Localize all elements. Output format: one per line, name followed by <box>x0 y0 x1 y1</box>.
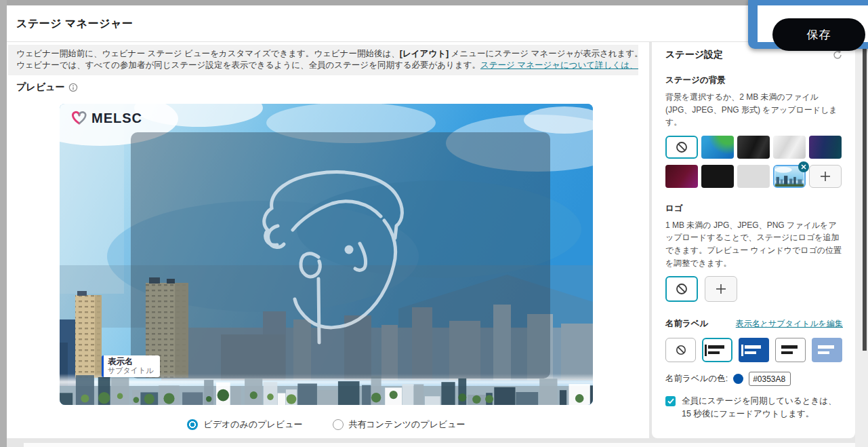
check-icon <box>667 398 674 404</box>
close-icon <box>801 164 806 170</box>
radio-label: ビデオのみのプレビュー <box>203 419 302 431</box>
stage-manager-window: ステージ マネージャー ウェビナー開始前に、ウェビナー ステージ ビューをカスタ… <box>0 0 868 447</box>
background-add-button[interactable] <box>809 165 842 188</box>
background-option-maroon-magenta[interactable] <box>665 165 698 188</box>
background-heading: ステージの背景 <box>665 75 843 86</box>
preview-heading: プレビュー <box>16 81 64 94</box>
banner-text: ウェビナー開始前に、ウェビナー ステージ ビューをカスタマイズできます。ウェビナ… <box>16 49 400 58</box>
video-region-overlay <box>131 132 550 378</box>
stage-settings-panel: ステージ設定 ステージの背景 背景を選択するか、2 MB 未満のファイル (JP… <box>652 42 855 438</box>
logo-add-button[interactable] <box>705 276 737 302</box>
radio-selected-icon[interactable] <box>187 419 198 430</box>
color-hex-input[interactable] <box>749 372 791 386</box>
logo-option-none-selected[interactable] <box>665 276 698 302</box>
remove-background-badge[interactable] <box>798 161 809 172</box>
background-option-gradient-blue-green[interactable] <box>701 136 734 159</box>
sync-fadeout-checkbox[interactable] <box>665 396 676 406</box>
plus-icon <box>819 170 831 182</box>
banner-bold-text: [レイアウト] <box>400 49 449 58</box>
save-button[interactable]: 保存 <box>772 18 865 51</box>
name-label-style-translucent-blue[interactable] <box>812 338 842 362</box>
scrollbar-thumb[interactable] <box>863 42 867 351</box>
refresh-icon[interactable] <box>832 50 843 60</box>
radio-unselected-icon[interactable] <box>333 419 344 430</box>
name-label-style-options <box>665 338 843 362</box>
plus-icon <box>715 283 727 295</box>
none-icon <box>676 141 688 153</box>
background-options-grid <box>665 136 843 188</box>
save-button-container: 保存 <box>758 5 868 42</box>
info-icon[interactable] <box>68 83 78 92</box>
logo-options <box>665 276 843 302</box>
sync-fadeout-label: 全員にステージを同期しているときは、15 秒後にフェードアウトします。 <box>682 395 843 421</box>
background-option-light-gray[interactable] <box>737 165 770 188</box>
background-option-black[interactable] <box>701 165 734 188</box>
banner-text: ウェビナーでは、すべての参加者が同じステージ設定を表示できるように、全員のステー… <box>16 60 480 70</box>
title-bar: ステージ マネージャー <box>7 5 868 42</box>
window-edge-bottom <box>24 443 868 447</box>
page-title: ステージ マネージャー <box>16 5 133 42</box>
name-label-color-label: 名前ラベルの色: <box>665 373 728 385</box>
label-style-preview <box>781 345 800 356</box>
background-description: 背景を選択するか、2 MB 未満のファイル (JPG、JPEG、PNG 形式) … <box>665 91 843 129</box>
stage-preview[interactable]: MELSC 表示名 サブタイトル <box>60 104 593 405</box>
label-style-preview <box>818 345 837 356</box>
label-style-preview <box>708 345 727 356</box>
edit-display-name-link[interactable]: 表示名とサブタイトルを編集 <box>736 318 843 330</box>
window-edge-top <box>0 0 868 5</box>
subtitle: サブタイトル <box>108 366 154 375</box>
name-label-style-blue-filled[interactable] <box>739 338 769 362</box>
radio-shared-content[interactable]: 共有コンテンツのプレビュー <box>333 419 466 431</box>
tan-tower-1 <box>75 291 102 378</box>
radio-label: 共有コンテンツのプレビュー <box>349 419 466 431</box>
background-option-silver-silk[interactable] <box>773 136 806 159</box>
background-option-none[interactable] <box>665 136 698 159</box>
color-swatch[interactable] <box>733 374 743 384</box>
name-label-heading: 名前ラベル <box>665 318 708 330</box>
logo-description: 1 MB 未満の JPG、JPEG、PNG ファイルをアップロードすることで、ス… <box>665 219 843 269</box>
background-option-dark-wave[interactable] <box>737 136 770 159</box>
melsc-heart-icon <box>70 110 88 126</box>
none-icon <box>676 283 688 295</box>
save-button-highlight: 保存 <box>748 0 868 49</box>
background-option-blue-purple[interactable] <box>809 136 842 159</box>
preview-name-label[interactable]: 表示名 サブタイトル <box>102 355 160 377</box>
banner-line-1: ウェビナー開始前に、ウェビナー ステージ ビューをカスタマイズできます。ウェビナ… <box>16 48 630 60</box>
banner-text: メニューにステージ マネージャが表示されます。 <box>449 49 638 58</box>
learn-more-link[interactable]: ステージ マネージャについて詳しくは、こちらをご覧ください。 <box>480 60 638 70</box>
banner-line-2: ウェビナーでは、すべての参加者が同じステージ設定を表示できるように、全員のステー… <box>16 60 630 71</box>
logo-heading: ロゴ <box>665 203 843 214</box>
info-banner: ウェビナー開始前に、ウェビナー ステージ ビューをカスタマイズできます。ウェビナ… <box>8 45 638 75</box>
preview-mode-radios: ビデオのみのプレビュー 共有コンテンツのプレビュー <box>60 419 593 431</box>
label-style-preview <box>745 345 764 356</box>
brand-name: MELSC <box>91 111 142 126</box>
none-icon <box>676 345 686 355</box>
display-name: 表示名 <box>108 357 154 366</box>
window-edge-left <box>0 0 7 447</box>
radio-video-only[interactable]: ビデオのみのプレビュー <box>187 419 302 431</box>
name-label-style-accent-bar-selected[interactable] <box>702 338 732 362</box>
stage-logo[interactable]: MELSC <box>70 110 142 126</box>
background-option-custom-cityscape-selected[interactable] <box>773 165 806 188</box>
settings-title: ステージ設定 <box>665 49 723 61</box>
name-label-style-none[interactable] <box>665 338 696 362</box>
name-label-style-light-plain[interactable] <box>775 338 806 362</box>
main-panel: ウェビナー開始前に、ウェビナー ステージ ビューをカスタマイズできます。ウェビナ… <box>7 42 649 438</box>
